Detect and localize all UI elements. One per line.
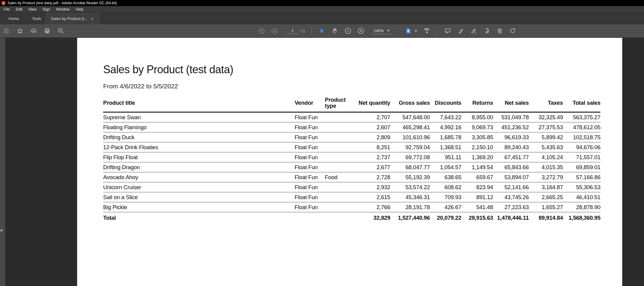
table-cell: Float Fun xyxy=(295,182,325,192)
table-cell: 1,368.51 xyxy=(430,142,461,152)
table-cell: 27,375.53 xyxy=(529,122,563,132)
table-cell: 8,955.00 xyxy=(461,112,493,123)
table-cell: 32,325.49 xyxy=(529,112,563,123)
table-cell: Float Fun xyxy=(295,142,325,152)
refresh-icon[interactable] xyxy=(509,27,517,35)
select-tool-icon[interactable] xyxy=(318,27,326,35)
sales-table: Product titleVendorProduct typeNet quant… xyxy=(103,95,600,222)
table-cell xyxy=(325,162,351,172)
table-cell: 1,369.20 xyxy=(461,152,493,162)
table-cell xyxy=(325,182,351,192)
table-cell xyxy=(325,202,351,212)
menu-item-view[interactable]: View xyxy=(25,6,40,12)
table-cell: 69,859.01 xyxy=(563,162,600,172)
comment-icon[interactable] xyxy=(444,27,452,35)
pdf-page: Sales by Product (test data) From 4/6/20… xyxy=(77,38,622,286)
table-cell: 2,615 xyxy=(351,192,390,202)
save-icon[interactable] xyxy=(2,27,10,35)
star-favorites-icon[interactable] xyxy=(16,27,24,35)
window-title: Sales by Product (test data).pdf - Adobe… xyxy=(8,1,117,5)
table-cell: 608.62 xyxy=(430,182,461,192)
hide-toolbar-icon[interactable] xyxy=(423,27,431,35)
table-cell: 101,610.96 xyxy=(390,132,430,142)
table-row: Sail on a SliceFloat Fun2,61545,346.3170… xyxy=(103,192,600,202)
page-display-icon[interactable] xyxy=(404,27,412,35)
column-header-vendor: Vendor xyxy=(295,95,325,112)
table-cell: 67,451.77 xyxy=(493,152,529,162)
hand-tool-icon[interactable] xyxy=(331,27,339,35)
zoom-in-icon[interactable] xyxy=(357,27,365,35)
table-cell: Float Fun xyxy=(295,172,325,182)
table-cell: 28,878.90 xyxy=(563,202,600,212)
table-cell: 638.65 xyxy=(430,172,461,182)
column-header-discounts: Discounts xyxy=(430,95,461,112)
menu-item-sign[interactable]: Sign xyxy=(40,6,53,12)
table-cell: 92,759.04 xyxy=(390,142,430,152)
table-cell: 5,899.42 xyxy=(529,132,563,142)
table-cell: 2,728 xyxy=(351,172,390,182)
edit-page-icon[interactable] xyxy=(483,27,491,35)
table-cell: 9,069.73 xyxy=(461,122,493,132)
zoom-out-icon[interactable] xyxy=(344,27,352,35)
table-cell: 89,914.84 xyxy=(529,212,563,222)
menu-item-file[interactable]: File xyxy=(1,6,13,12)
table-cell: 28,191.78 xyxy=(390,202,430,212)
table-cell: 27,223.63 xyxy=(493,202,529,212)
table-cell: 89,240.43 xyxy=(493,142,529,152)
sales-table-body: Supreme SwanFloat Fun2,707547,648.007,64… xyxy=(103,112,600,212)
cloud-upload-icon[interactable] xyxy=(30,27,38,35)
table-row: Supreme SwanFloat Fun2,707547,648.007,64… xyxy=(103,112,600,123)
tab-document[interactable]: Sales by Product (t... × xyxy=(44,13,101,24)
table-cell: Float Fun xyxy=(295,192,325,202)
table-cell xyxy=(325,132,351,142)
page-count-label: / 1 xyxy=(301,29,305,33)
tab-tools[interactable]: Tools xyxy=(28,13,45,24)
table-cell: 2,607 xyxy=(351,122,390,132)
table-cell: 541.48 xyxy=(461,202,493,212)
zoom-level-control[interactable]: 140% ▼ xyxy=(372,28,391,34)
search-icon[interactable] xyxy=(57,27,65,35)
main-toolbar: / 1 140% ▼ ▼ xyxy=(0,24,644,38)
menu-item-edit[interactable]: Edit xyxy=(13,6,25,12)
table-cell: 53,574.22 xyxy=(390,182,430,192)
expand-sidebar-icon[interactable]: ▶ xyxy=(1,228,3,232)
table-cell: 951.11 xyxy=(430,152,461,162)
tab-home[interactable]: Home xyxy=(4,13,23,24)
table-cell xyxy=(325,122,351,132)
table-cell: Flip Flop Float xyxy=(103,152,295,162)
table-cell: 2,707 xyxy=(351,112,390,123)
table-cell: Float Fun xyxy=(295,132,325,142)
table-cell: Total xyxy=(103,212,295,222)
delete-icon[interactable] xyxy=(496,27,504,35)
print-icon[interactable] xyxy=(43,27,51,35)
menu-item-window[interactable]: Window xyxy=(53,6,73,12)
page-display-chevron-icon[interactable]: ▼ xyxy=(414,29,418,33)
document-workspace: ▶ Sales by Product (test data) From 4/6/… xyxy=(0,38,644,286)
table-cell: 55,192.39 xyxy=(390,172,430,182)
table-cell: 96,619.33 xyxy=(493,132,529,142)
table-cell: 1,685.78 xyxy=(430,132,461,142)
table-cell: 8,251 xyxy=(351,142,390,152)
table-cell: 2,932 xyxy=(351,182,390,192)
page-number-input[interactable] xyxy=(287,28,298,34)
table-cell: 94,676.06 xyxy=(563,142,600,152)
menu-item-help[interactable]: Help xyxy=(73,6,87,12)
table-cell: Drifting Dragon xyxy=(103,162,295,172)
table-cell: Float Fun xyxy=(295,202,325,212)
table-cell: 4,105.24 xyxy=(529,152,563,162)
table-cell: 2,677 xyxy=(351,162,390,172)
table-row: Drifting DragonFloat Fun2,67768,047.771,… xyxy=(103,162,600,172)
table-cell: Float Fun xyxy=(295,162,325,172)
highlight-icon[interactable] xyxy=(457,27,465,35)
table-row: 12-Pack Drink FloatiesFloat Fun8,25192,7… xyxy=(103,142,600,152)
table-row: Drifting DuckFloat Fun2,809101,610.961,6… xyxy=(103,132,600,142)
tab-close-icon[interactable]: × xyxy=(90,16,94,21)
zoom-level-value: 140% xyxy=(374,28,384,33)
toolbar-separator xyxy=(311,27,312,35)
table-cell: 563,375.27 xyxy=(563,112,600,123)
fill-sign-icon[interactable] xyxy=(470,27,478,35)
table-cell: 65,843.66 xyxy=(493,162,529,172)
page-down-icon[interactable] xyxy=(271,27,279,35)
table-cell: Drifting Duck xyxy=(103,132,295,142)
page-up-icon[interactable] xyxy=(258,27,266,35)
